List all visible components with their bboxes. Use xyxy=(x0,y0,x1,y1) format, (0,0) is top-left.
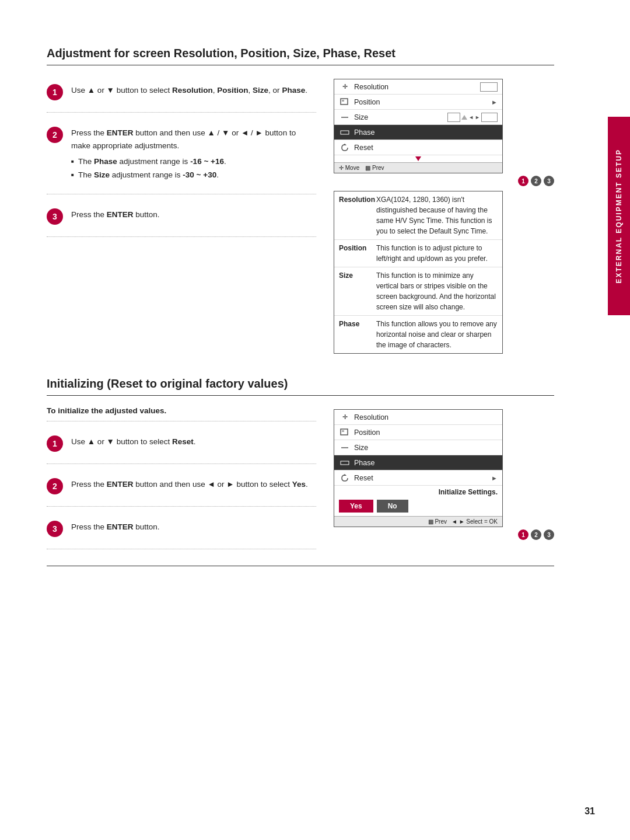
desc-phase-term: Phase xyxy=(339,319,376,350)
resolution-widget xyxy=(480,82,498,92)
menu2-indicator-3: 3 xyxy=(544,529,554,540)
step2-circle: 2 xyxy=(47,127,63,143)
desc-resolution: Resolution XGA(1024, 1280, 1360) isn't d… xyxy=(334,191,502,240)
tri-down-icon xyxy=(415,156,421,161)
desc-size-def: This function is to minimize any vertica… xyxy=(376,270,498,312)
step1-divider xyxy=(47,112,316,113)
s2-divider0 xyxy=(47,421,316,421)
section1-left: 1 Use ▲ or ▼ button to select Resolution… xyxy=(47,76,316,354)
menu2-reset-icon xyxy=(339,473,351,483)
resolution-box xyxy=(480,82,498,92)
desc-position-term: Position xyxy=(339,243,376,264)
menu1-resolution-label: Resolution xyxy=(354,83,480,91)
section1-title: Adjustment for screen Resolution, Positi… xyxy=(47,47,554,60)
page-container: Adjustment for screen Resolution, Positi… xyxy=(0,0,630,840)
section2-left: To initialize the adjusted values. 1 Use… xyxy=(47,406,316,555)
menu2-resolution-label: Resolution xyxy=(354,413,498,421)
s2-step2-text: Press the ENTER button and then use ◄ or… xyxy=(71,478,316,491)
desc-resolution-def: XGA(1024, 1280, 1360) isn't distinguishe… xyxy=(376,194,498,236)
section2-subtitle: To initialize the adjusted values. xyxy=(47,406,316,415)
s2-divider2 xyxy=(47,506,316,507)
section1-layout: 1 Use ▲ or ▼ button to select Resolution… xyxy=(47,76,554,354)
size-widget: ◄ ► xyxy=(447,113,498,122)
page-number: 31 xyxy=(584,806,595,817)
menu1-resolution-row: ✛ Resolution xyxy=(334,79,502,95)
menu1-reset-row: Reset xyxy=(334,140,502,155)
menu2-size-label: Size xyxy=(354,444,498,452)
phase-icon xyxy=(339,128,351,137)
menu2-size-row: Size xyxy=(334,440,502,455)
indicator-3: 3 xyxy=(544,176,554,186)
size-arrow-left: ◄ xyxy=(468,114,474,120)
size-icon xyxy=(339,113,351,122)
menu2-bottom-bar: ▩ Prev ◄ ► Select = OK xyxy=(334,516,502,527)
s2-step1: 1 Use ▲ or ▼ button to select Reset. xyxy=(47,427,316,458)
menu2-position-row: Position xyxy=(334,425,502,440)
menu1-size-row: Size ◄ ► xyxy=(334,110,502,125)
resolution-icon: ✛ xyxy=(339,82,351,92)
s2-step1-text: Use ▲ or ▼ button to select Reset. xyxy=(71,435,316,448)
menu2-position-icon xyxy=(339,428,351,437)
desc-table: Resolution XGA(1024, 1280, 1360) isn't d… xyxy=(334,191,503,354)
menu1-move-label: ✛ Move xyxy=(339,165,359,171)
menu2-reset-row: Reset ► xyxy=(334,470,502,486)
section1-divider xyxy=(47,65,554,65)
size-box-left xyxy=(447,113,460,122)
menu1-phase-label: Phase xyxy=(354,128,498,137)
svg-rect-8 xyxy=(341,461,349,465)
menu2-indicator-2: 2 xyxy=(531,529,541,540)
step2-text: Press the ENTER button and then use ▲ / … xyxy=(71,127,316,182)
menu1-bottom-bar: ✛ Move ▩ Prev xyxy=(334,162,502,173)
s2-divider1 xyxy=(47,463,316,464)
no-button[interactable]: No xyxy=(377,500,408,513)
desc-phase: Phase This function allows you to remove… xyxy=(334,316,502,353)
desc-resolution-term: Resolution xyxy=(339,194,376,236)
s2-step3: 3 Press the ENTER button. xyxy=(47,513,316,543)
step3-circle: 3 xyxy=(47,208,63,225)
desc-position: Position This function is to adjust pict… xyxy=(334,240,502,267)
s2-step2-circle: 2 xyxy=(47,478,63,494)
yes-no-row: Yes No xyxy=(334,500,502,516)
menu1-size-label: Size xyxy=(354,113,447,121)
s2-divider3 xyxy=(47,549,316,549)
desc-position-def: This function is to adjust picture to le… xyxy=(376,243,498,264)
menu2-resolution-row: ✛ Resolution xyxy=(334,410,502,425)
indicator-1: 1 xyxy=(518,176,528,186)
size-arrow-right: ► xyxy=(475,114,480,120)
section2: Initializing (Reset to original factory … xyxy=(47,377,554,566)
s2-step1-circle: 1 xyxy=(47,435,63,452)
step2-divider xyxy=(47,194,316,194)
s2-step3-text: Press the ENTER button. xyxy=(71,521,316,534)
indicator-2: 2 xyxy=(531,176,541,186)
desc-phase-def: This function allows you to remove any h… xyxy=(376,319,498,350)
menu2-box: ✛ Resolution Position xyxy=(334,409,503,527)
menu1-indicators: 1 2 3 xyxy=(334,176,554,186)
step1: 1 Use ▲ or ▼ button to select Resolution… xyxy=(47,76,316,106)
yes-button[interactable]: Yes xyxy=(339,500,373,513)
menu2-reset-label: Reset xyxy=(354,474,491,482)
step3-divider xyxy=(47,236,316,237)
menu2-phase-label: Phase xyxy=(354,459,498,467)
initialize-label: Initialize Settings. xyxy=(334,486,502,497)
menu2-size-icon xyxy=(339,443,351,452)
size-box-right xyxy=(481,113,498,122)
menu1-position-label: Position xyxy=(354,98,491,106)
menu2-prev-label: ▩ Prev xyxy=(428,518,447,525)
section2-right: ✛ Resolution Position xyxy=(334,406,554,555)
step1-text: Use ▲ or ▼ button to select Resolution, … xyxy=(71,84,316,97)
menu1-box: ✛ Resolution Position ► xyxy=(334,79,503,173)
reset-icon xyxy=(339,143,351,152)
section2-title: Initializing (Reset to original factory … xyxy=(47,377,554,391)
svg-rect-3 xyxy=(341,131,349,134)
main-content: Adjustment for screen Resolution, Positi… xyxy=(47,47,554,566)
menu2-position-label: Position xyxy=(354,428,498,437)
section1-right: ✛ Resolution Position ► xyxy=(334,76,554,354)
desc-size-term: Size xyxy=(339,270,376,312)
menu1-reset-label: Reset xyxy=(354,144,498,152)
menu2-reset-arrow: ► xyxy=(491,475,498,482)
menu2-select-label: ◄ ► Select = OK xyxy=(452,518,498,525)
bullet-phase: The Phase adjustment range is -16 ~ +16. xyxy=(71,155,316,169)
step3: 3 Press the ENTER button. xyxy=(47,200,316,231)
position-arrow: ► xyxy=(491,99,498,106)
step3-text: Press the ENTER button. xyxy=(71,208,316,221)
